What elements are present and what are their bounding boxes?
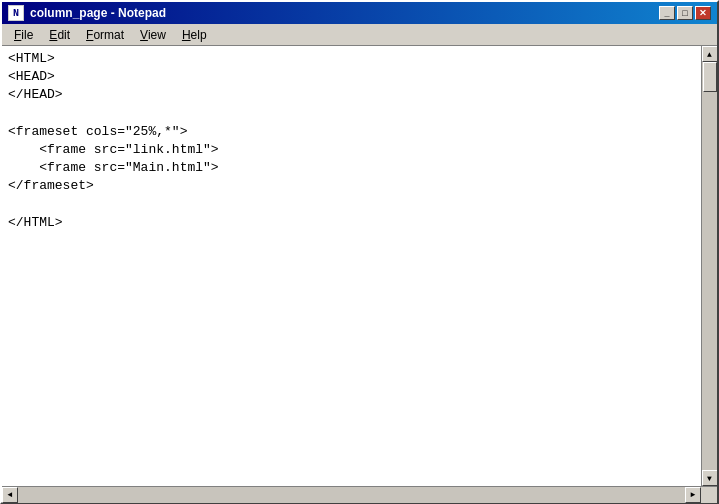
window-title: column_page - Notepad (30, 6, 166, 20)
app-icon: N (8, 5, 24, 21)
scroll-down-button[interactable]: ▼ (702, 470, 718, 486)
scroll-left-button[interactable]: ◄ (2, 487, 18, 503)
notepad-window: N column_page - Notepad _ □ ✕ File Edit … (0, 0, 719, 504)
scrollbar-corner (701, 487, 717, 503)
menu-bar: File Edit Format View Help (2, 24, 717, 46)
scroll-thumb-vertical[interactable] (703, 62, 717, 92)
menu-view[interactable]: View (132, 26, 174, 44)
scroll-right-button[interactable]: ► (685, 487, 701, 503)
title-buttons: _ □ ✕ (659, 6, 711, 20)
menu-edit[interactable]: Edit (41, 26, 78, 44)
horizontal-scrollbar: ◄ ► (2, 486, 717, 502)
title-bar-left: N column_page - Notepad (8, 5, 166, 21)
text-editor[interactable]: <HTML> <HEAD> </HEAD> <frameset cols="25… (2, 46, 701, 486)
content-area: <HTML> <HEAD> </HEAD> <frameset cols="25… (2, 46, 717, 486)
scroll-track-vertical[interactable] (702, 62, 718, 470)
menu-help[interactable]: Help (174, 26, 215, 44)
minimize-button[interactable]: _ (659, 6, 675, 20)
title-bar: N column_page - Notepad _ □ ✕ (2, 2, 717, 24)
vertical-scrollbar: ▲ ▼ (701, 46, 717, 486)
menu-format[interactable]: Format (78, 26, 132, 44)
scroll-track-horizontal[interactable] (18, 487, 685, 503)
scroll-up-button[interactable]: ▲ (702, 46, 718, 62)
close-button[interactable]: ✕ (695, 6, 711, 20)
menu-file[interactable]: File (6, 26, 41, 44)
maximize-button[interactable]: □ (677, 6, 693, 20)
